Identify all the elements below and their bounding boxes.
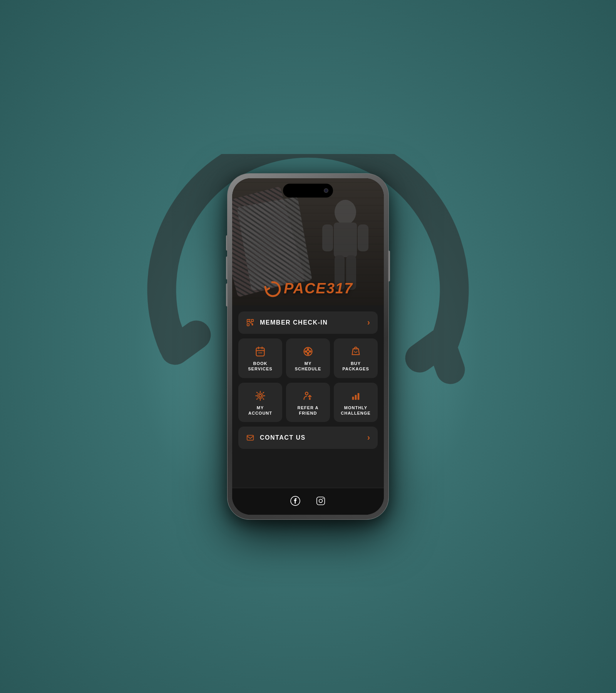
checkin-chevron: › xyxy=(367,318,370,328)
contact-us-button[interactable]: CONTACT US › xyxy=(238,427,378,449)
svg-point-18 xyxy=(305,392,308,395)
power-button xyxy=(388,251,390,281)
chart-icon xyxy=(350,390,361,401)
svg-rect-25 xyxy=(317,497,325,505)
refer-friend-button[interactable]: REFER AFRIEND xyxy=(286,383,330,422)
social-bar xyxy=(232,488,384,515)
buy-packages-button[interactable]: BUYPACKAGES xyxy=(334,338,378,378)
svg-point-16 xyxy=(259,394,262,397)
svg-point-19 xyxy=(310,398,310,399)
facebook-icon xyxy=(290,496,300,506)
menu-grid-row2: MYACCOUNT REFER AFRIEND xyxy=(238,383,378,422)
phone-device: PACE317 xyxy=(227,173,389,520)
refer-friend-label: REFER AFRIEND xyxy=(298,405,319,416)
logo-icon xyxy=(263,279,281,298)
svg-point-13 xyxy=(310,351,311,352)
app-logo: PACE317 xyxy=(263,279,353,298)
refer-icon xyxy=(303,390,313,401)
buy-packages-label: BUYPACKAGES xyxy=(342,361,369,372)
schedule-icon xyxy=(303,346,313,357)
svg-point-15 xyxy=(305,351,306,352)
svg-point-11 xyxy=(307,350,310,353)
contact-left-group: CONTACT US xyxy=(246,434,306,442)
svg-point-14 xyxy=(307,353,309,355)
svg-rect-22 xyxy=(358,393,360,400)
instagram-button[interactable] xyxy=(316,496,326,507)
dynamic-island xyxy=(283,184,333,198)
svg-rect-2 xyxy=(322,224,333,251)
calendar-icon xyxy=(255,346,266,357)
phone-screen: PACE317 xyxy=(232,178,384,515)
svg-rect-7 xyxy=(251,320,254,322)
checkin-label: MEMBER CHECK-IN xyxy=(260,319,328,326)
svg-point-12 xyxy=(307,348,309,350)
contact-chevron: › xyxy=(367,433,370,443)
book-services-button[interactable]: BOOKSERVICES xyxy=(238,338,282,378)
svg-point-27 xyxy=(323,498,324,499)
checkin-left-group: MEMBER CHECK-IN xyxy=(246,318,328,327)
silent-switch xyxy=(226,235,228,251)
svg-rect-3 xyxy=(358,224,368,251)
instagram-icon xyxy=(316,496,326,506)
my-account-button[interactable]: MYACCOUNT xyxy=(238,383,282,422)
svg-rect-1 xyxy=(334,223,357,257)
svg-rect-21 xyxy=(355,395,357,400)
my-schedule-label: MYSCHEDULE xyxy=(295,361,321,372)
svg-rect-8 xyxy=(247,324,249,326)
menu-grid-row1: BOOKSERVICES MYSCHEDULE xyxy=(238,338,378,378)
svg-rect-23 xyxy=(247,435,254,440)
monthly-challenge-label: MONTHLYCHALLENGE xyxy=(341,405,370,416)
member-checkin-button[interactable]: MEMBER CHECK-IN › xyxy=(238,311,378,334)
svg-point-26 xyxy=(319,499,323,502)
svg-rect-9 xyxy=(256,348,264,356)
scan-icon xyxy=(246,318,254,327)
bag-icon xyxy=(350,346,361,357)
logo-text: PACE317 xyxy=(284,280,353,297)
settings-icon xyxy=(255,390,266,401)
my-schedule-button[interactable]: MYSCHEDULE xyxy=(286,338,330,378)
facebook-button[interactable] xyxy=(290,496,300,507)
svg-point-0 xyxy=(335,200,356,224)
email-icon xyxy=(246,434,254,442)
svg-rect-6 xyxy=(247,320,249,322)
my-account-label: MYACCOUNT xyxy=(248,405,272,416)
book-services-label: BOOKSERVICES xyxy=(248,361,272,372)
monthly-challenge-button[interactable]: MONTHLYCHALLENGE xyxy=(334,383,378,422)
volume-up-button xyxy=(226,256,228,280)
phone-outer-shell: PACE317 xyxy=(227,173,389,520)
contact-us-label: CONTACT US xyxy=(260,434,306,441)
svg-point-17 xyxy=(258,393,263,398)
front-camera xyxy=(324,188,328,193)
volume-down-button xyxy=(226,283,228,306)
svg-rect-20 xyxy=(352,397,354,400)
app-content: MEMBER CHECK-IN › BOOKSERVICES xyxy=(232,305,384,515)
